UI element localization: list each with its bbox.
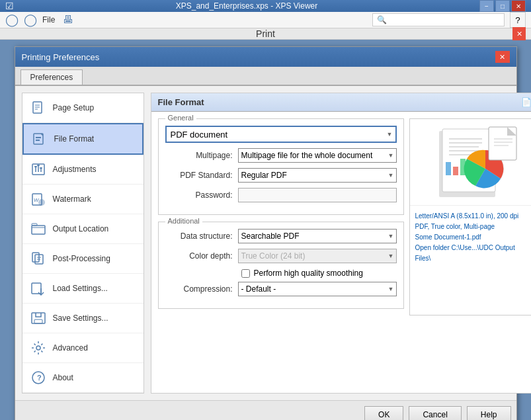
- save-settings-icon: [29, 309, 48, 327]
- form-area: General PDF document XPS document TIFF i…: [158, 118, 404, 315]
- sidebar-item-about[interactable]: ? About: [22, 363, 143, 393]
- svg-rect-7: [36, 140, 40, 141]
- sidebar-item-save-settings[interactable]: Save Settings...: [22, 304, 143, 333]
- doc-info-line4: Open folder C:\Use...\UDC Output Files\: [415, 243, 526, 264]
- print-close-button[interactable]: ✕: [512, 27, 526, 40]
- multipage-select[interactable]: Multipage file for the whole document Si…: [238, 148, 397, 163]
- sidebar-item-post-processing[interactable]: Post-Processing: [22, 244, 143, 274]
- sidebar-item-load-settings[interactable]: Load Settings...: [22, 274, 143, 304]
- sidebar-label-file-format: File Format: [54, 134, 95, 144]
- data-structure-select[interactable]: Searchable PDF Image only PDF Linearized…: [238, 229, 397, 243]
- sidebar-label-watermark: Watermark: [53, 194, 91, 204]
- multipage-row: Multipage: Multipage file for the whole …: [165, 148, 397, 163]
- additional-legend: Additional: [165, 217, 202, 225]
- svg-point-28: [36, 346, 40, 350]
- cancel-button[interactable]: Cancel: [409, 406, 461, 420]
- sidebar-item-advanced[interactable]: Advanced: [22, 333, 143, 363]
- doc-info-line1: Letter/ANSI A (8.5x11.0 in), 200 dpi: [415, 211, 526, 222]
- pdf-standard-select-wrapper: Regular PDF PDF/A-1b PDF/A-2b: [238, 168, 397, 183]
- panel-title-text: File Format: [158, 97, 204, 107]
- output-location-icon: [29, 220, 48, 238]
- sidebar-item-watermark[interactable]: W Watermark: [22, 185, 143, 214]
- color-depth-label: Color depth:: [165, 251, 238, 261]
- panel-corner-icon: 📄: [521, 97, 532, 107]
- compression-select[interactable]: - Default - None LZW JPEG ZIP: [238, 282, 397, 296]
- file-format-icon: [30, 130, 49, 148]
- file-menu-button[interactable]: File: [42, 15, 55, 24]
- compression-label: Compression:: [165, 284, 238, 294]
- additional-section: Additional Data structure: Searchable PD…: [158, 222, 404, 309]
- help-button[interactable]: ?: [510, 12, 526, 28]
- multipage-select-wrapper: Multipage file for the whole document Si…: [238, 148, 397, 163]
- close-window-button[interactable]: ✕: [511, 0, 526, 12]
- outer-title-bar: ☑ XPS_and_Enterprises.xps - XPS Viewer −…: [0, 0, 531, 12]
- svg-rect-13: [37, 165, 40, 166]
- doc-preview: [410, 119, 531, 206]
- dialog-close-button[interactable]: ✕: [495, 51, 510, 63]
- sidebar-label-post-processing: Post-Processing: [53, 254, 110, 263]
- svg-rect-27: [34, 319, 42, 323]
- window-controls: − □ ✕: [479, 0, 526, 12]
- pdf-standard-select[interactable]: Regular PDF PDF/A-1b PDF/A-2b: [238, 168, 397, 183]
- print-bar: Print ✕: [0, 28, 531, 40]
- window-title: XPS_and_Enterprises.xps - XPS Viewer: [14, 1, 479, 11]
- dialog-title: Printing Preferences: [22, 52, 100, 62]
- main-window: ☑ XPS_and_Enterprises.xps - XPS Viewer −…: [0, 0, 531, 420]
- about-icon: ?: [29, 368, 48, 387]
- dialog-footer: OK Cancel Help: [15, 400, 516, 420]
- sidebar-item-file-format[interactable]: File Format: [22, 123, 143, 155]
- svg-rect-18: [32, 226, 45, 234]
- ok-button[interactable]: OK: [364, 406, 403, 420]
- sidebar-label-save-settings: Save Settings...: [53, 314, 108, 323]
- dialog-titlebar: Printing Preferences ✕: [15, 47, 516, 67]
- sidebar-item-adjustments[interactable]: Adjustments: [22, 155, 143, 185]
- svg-rect-6: [36, 137, 41, 138]
- sidebar-label-advanced: Advanced: [53, 343, 88, 353]
- password-input[interactable]: [238, 188, 397, 202]
- search-input[interactable]: [387, 15, 493, 24]
- tab-bar: Preferences: [15, 67, 516, 86]
- data-structure-label: Data structure:: [165, 231, 238, 241]
- toolbar: ◯ ◯ File 🖶 🔍 ?: [0, 12, 531, 28]
- sidebar-label-about: About: [53, 373, 73, 382]
- svg-rect-14: [40, 167, 42, 169]
- doc-info-line2: PDF, True color, Multi-page: [415, 222, 526, 232]
- adjustments-icon: [29, 160, 48, 179]
- sidebar: Page Setup File Format A: [22, 93, 144, 394]
- search-icon: 🔍: [377, 15, 387, 24]
- doc-info-panel: Letter/ANSI A (8.5x11.0 in), 200 dpi PDF…: [409, 118, 532, 315]
- help-dialog-button[interactable]: Help: [467, 406, 511, 420]
- sidebar-item-page-setup[interactable]: Page Setup: [22, 93, 143, 123]
- tab-preferences[interactable]: Preferences: [20, 69, 83, 85]
- doc-info-text: Letter/ANSI A (8.5x11.0 in), 200 dpi PDF…: [410, 206, 531, 269]
- password-label: Password:: [165, 190, 238, 200]
- dialog-content: Page Setup File Format A: [15, 86, 516, 400]
- compression-select-wrapper: - Default - None LZW JPEG ZIP: [238, 282, 397, 296]
- post-processing-icon: [29, 249, 48, 268]
- smoothing-label: Perform high quality smoothing: [254, 269, 363, 278]
- sidebar-label-page-setup: Page Setup: [53, 103, 95, 112]
- color-depth-row: Color depth: True Color (24 bit) Graysca…: [165, 249, 397, 263]
- multipage-label: Multipage:: [165, 151, 238, 160]
- svg-rect-19: [32, 224, 37, 226]
- minimize-button[interactable]: −: [479, 0, 494, 12]
- general-legend: General: [165, 114, 196, 122]
- maximize-button[interactable]: □: [495, 0, 510, 12]
- svg-text:?: ?: [37, 374, 42, 382]
- color-depth-select: True Color (24 bit) Grayscale (8 bit) Bl…: [238, 249, 397, 263]
- panel-content-area: General PDF document XPS document TIFF i…: [158, 118, 532, 315]
- smoothing-row: Perform high quality smoothing: [241, 269, 397, 278]
- color-depth-select-wrapper: True Color (24 bit) Grayscale (8 bit) Bl…: [238, 249, 397, 263]
- svg-rect-4: [34, 134, 43, 144]
- print-toolbar-icon[interactable]: 🖶: [63, 14, 73, 26]
- file-label: File: [42, 15, 55, 24]
- load-settings-icon: [29, 279, 48, 298]
- sidebar-label-output-location: Output Location: [53, 224, 109, 233]
- sidebar-item-output-location[interactable]: Output Location: [22, 214, 143, 244]
- pdf-standard-row: PDF Standard: Regular PDF PDF/A-1b PDF/A…: [165, 168, 397, 183]
- data-structure-select-wrapper: Searchable PDF Image only PDF Linearized…: [238, 229, 397, 243]
- printing-preferences-dialog: Printing Preferences ✕ Preferences: [15, 46, 517, 420]
- sidebar-label-adjustments: Adjustments: [53, 165, 97, 174]
- file-format-select[interactable]: PDF document XPS document TIFF image JPE…: [165, 126, 397, 143]
- smoothing-checkbox[interactable]: [241, 269, 250, 278]
